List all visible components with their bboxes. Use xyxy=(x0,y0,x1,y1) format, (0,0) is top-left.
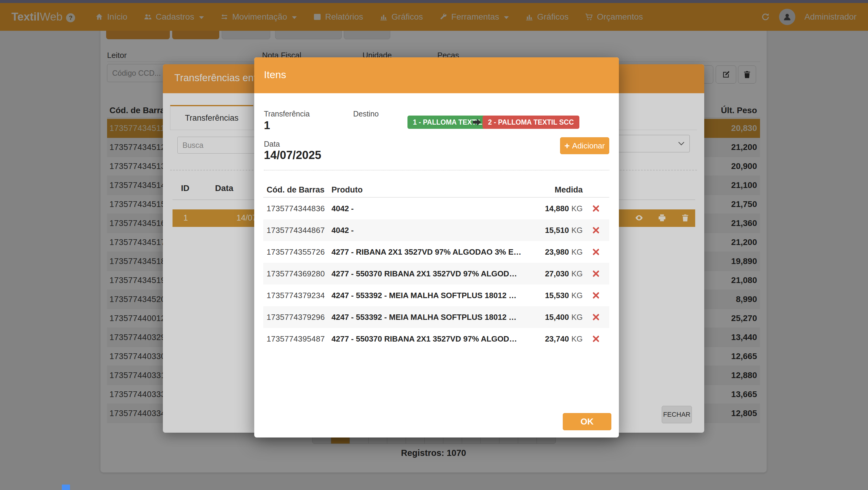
item-row[interactable]: 1735774379234 4247 - 553392 - MEIA MALHA… xyxy=(263,284,609,306)
arrow-right-icon xyxy=(472,117,483,128)
scrollbar-thumb[interactable] xyxy=(62,485,70,490)
items-modal-body: Transferência 1 Destino 1 - PALLOMA TEXT… xyxy=(254,93,619,437)
remove-item-icon[interactable] xyxy=(592,270,599,277)
item-barcode-cell: 1735774395487 xyxy=(267,334,332,344)
destination-badge: 2 - PALLOMA TEXTIL SCC xyxy=(483,116,579,129)
item-produto-cell: 4247 - 553392 - MEIA MALHA SOFTPLUS 1801… xyxy=(332,313,525,322)
item-barcode-cell: 1735774355726 xyxy=(267,247,332,257)
item-actions xyxy=(583,270,609,277)
remove-item-icon[interactable] xyxy=(592,226,599,234)
item-medida-cell: 15,400KG xyxy=(525,313,583,322)
destino-label: Destino xyxy=(353,110,379,118)
item-actions xyxy=(583,205,609,212)
item-medida-cell: 27,030KG xyxy=(525,269,583,278)
col-barcode-header: Cód. de Barras xyxy=(267,185,332,194)
item-medida-cell: 14,880KG xyxy=(525,204,583,213)
remove-item-icon[interactable] xyxy=(592,335,599,342)
item-row[interactable]: 1735774355726 4277 - RIBANA 2X1 3527VD 9… xyxy=(263,241,609,263)
item-produto-cell: 4042 - xyxy=(332,226,525,235)
remove-item-icon[interactable] xyxy=(592,205,599,212)
remove-item-icon[interactable] xyxy=(592,313,599,321)
item-actions xyxy=(583,248,609,255)
item-barcode-cell: 1735774344836 xyxy=(267,204,332,213)
items-modal-header: Itens xyxy=(254,57,619,93)
transferencia-value: 1 xyxy=(264,119,270,132)
adicionar-button[interactable]: + Adicionar xyxy=(560,137,609,154)
item-actions xyxy=(583,335,609,342)
item-actions xyxy=(583,313,609,321)
remove-item-icon[interactable] xyxy=(592,292,599,299)
col-produto-header: Produto xyxy=(332,185,525,194)
ok-button[interactable]: OK xyxy=(563,413,611,430)
item-barcode-cell: 1735774344867 xyxy=(267,226,332,235)
item-row[interactable]: 1735774369280 4277 - 550370 RIBANA 2X1 3… xyxy=(263,263,609,284)
item-medida-cell: 15,510KG xyxy=(525,226,583,235)
item-medida-cell: 23,980KG xyxy=(525,247,583,257)
transferencia-label: Transferência xyxy=(264,110,310,118)
item-produto-cell: 4042 - xyxy=(332,204,525,213)
col-medida-header: Medida xyxy=(525,185,583,194)
item-barcode-cell: 1735774369280 xyxy=(267,269,332,278)
items-table: Cód. de Barras Produto Medida 1735774344… xyxy=(263,183,609,350)
plus-icon: + xyxy=(565,141,570,150)
item-produto-cell: 4277 - RIBANA 2X1 3527VD 97% ALGODAO 3% … xyxy=(332,247,525,257)
item-produto-cell: 4277 - 550370 RIBANA 2X1 3527VD 97% ALGO… xyxy=(332,269,525,278)
item-row[interactable]: 1735774379296 4247 - 553392 - MEIA MALHA… xyxy=(263,306,609,328)
dotted-divider xyxy=(264,170,609,171)
data-value: 14/07/2025 xyxy=(264,149,321,162)
item-actions xyxy=(583,226,609,234)
app-root: TextilWeb ? Início Cadastros Movimentaçã… xyxy=(0,0,868,490)
data-label: Data xyxy=(264,140,280,148)
items-rows: 1735774344836 4042 - 14,880KG 1735774344… xyxy=(263,197,609,350)
item-barcode-cell: 1735774379234 xyxy=(267,291,332,300)
item-produto-cell: 4277 - 550370 RIBANA 2X1 3527VD 97% ALGO… xyxy=(332,334,525,344)
item-row[interactable]: 1735774344867 4042 - 15,510KG xyxy=(263,219,609,241)
item-medida-cell: 15,530KG xyxy=(525,291,583,300)
items-table-header: Cód. de Barras Produto Medida xyxy=(263,183,609,197)
item-actions xyxy=(583,292,609,299)
item-row[interactable]: 1735774344836 4042 - 14,880KG xyxy=(263,197,609,219)
item-medida-cell: 23,740KG xyxy=(525,334,583,344)
items-modal-title: Itens xyxy=(264,69,286,81)
item-produto-cell: 4247 - 553392 - MEIA MALHA SOFTPLUS 1801… xyxy=(332,291,525,300)
remove-item-icon[interactable] xyxy=(592,248,599,255)
item-barcode-cell: 1735774379296 xyxy=(267,313,332,322)
items-modal: Itens Transferência 1 Destino 1 - PALLOM… xyxy=(254,57,619,437)
item-row[interactable]: 1735774395487 4277 - 550370 RIBANA 2X1 3… xyxy=(263,328,609,350)
